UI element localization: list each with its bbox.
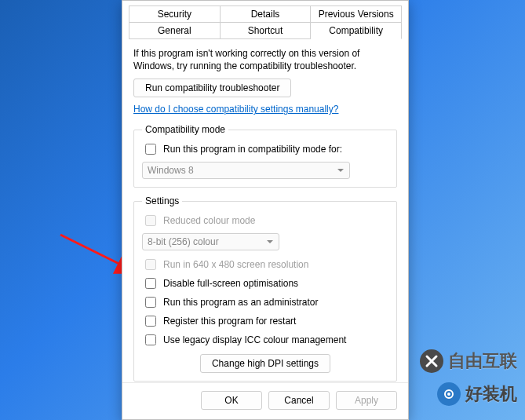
checkbox-compat-mode-label: Run this program in compatibility mode f… — [163, 144, 342, 155]
checkbox-compat-mode-input[interactable] — [145, 144, 156, 155]
tab-general[interactable]: General — [129, 22, 221, 39]
checkbox-run-as-admin-label: Run this program as an administrator — [163, 297, 318, 308]
select-colour-depth: 8-bit (256) colour — [142, 233, 279, 250]
checkbox-legacy-icc-label: Use legacy display ICC colour management — [163, 334, 346, 345]
tab-security[interactable]: Security — [129, 5, 221, 22]
tab-strip: Security Details Previous Versions Gener… — [122, 1, 408, 39]
dialog-footer: OK Cancel Apply — [122, 382, 408, 419]
checkbox-register-restart-input[interactable] — [145, 316, 156, 327]
cancel-button[interactable]: Cancel — [268, 391, 330, 410]
checkbox-reduced-colour-label: Reduced colour mode — [163, 215, 255, 226]
group-compatibility-mode: Compatibility mode Run this program in c… — [133, 124, 397, 188]
checkbox-legacy-icc-input[interactable] — [145, 334, 156, 345]
checkbox-compat-mode[interactable]: Run this program in compatibility mode f… — [142, 140, 388, 159]
tab-previous-versions[interactable]: Previous Versions — [311, 5, 402, 22]
manual-settings-link[interactable]: How do I choose compatibility settings m… — [133, 104, 338, 115]
watermark-1-text: 自由互联 — [448, 349, 517, 373]
tab-compatibility[interactable]: Compatibility — [311, 22, 402, 39]
checkbox-run-as-admin[interactable]: Run this program as an administrator — [142, 293, 388, 312]
change-dpi-button[interactable]: Change high DPI settings — [200, 354, 330, 373]
tab-shortcut[interactable]: Shortcut — [221, 22, 312, 39]
legend-settings: Settings — [142, 195, 182, 206]
watermark-1: 自由互联 — [420, 349, 517, 373]
checkbox-low-res-input — [145, 259, 156, 270]
group-settings: Settings Reduced colour mode 8-bit (256)… — [133, 195, 397, 382]
watermark-2: 好装机 — [437, 382, 517, 406]
apply-button[interactable]: Apply — [336, 391, 397, 410]
run-troubleshooter-button[interactable]: Run compatibility troubleshooter — [133, 79, 291, 97]
checkbox-register-restart[interactable]: Register this program for restart — [142, 312, 388, 331]
tab-details[interactable]: Details — [221, 5, 312, 22]
checkbox-run-as-admin-input[interactable] — [145, 297, 156, 308]
svg-point-2 — [447, 393, 450, 396]
checkbox-reduced-colour-input — [145, 215, 156, 226]
watermark-2-text: 好装机 — [465, 382, 517, 406]
tab-content: If this program isn't working correctly … — [122, 39, 408, 382]
checkbox-register-restart-label: Register this program for restart — [163, 316, 296, 327]
checkbox-low-res-label: Run in 640 x 480 screen resolution — [163, 259, 308, 270]
checkbox-disable-fullscreen-label: Disable full-screen optimisations — [163, 278, 298, 289]
properties-dialog: Security Details Previous Versions Gener… — [122, 0, 409, 420]
checkbox-disable-fullscreen-input[interactable] — [145, 278, 156, 289]
select-compat-os-value: Windows 8 — [148, 165, 194, 176]
intro-text: If this program isn't working correctly … — [133, 47, 397, 72]
checkbox-disable-fullscreen[interactable]: Disable full-screen optimisations — [142, 274, 388, 293]
checkbox-reduced-colour: Reduced colour mode — [142, 211, 388, 230]
checkbox-low-res: Run in 640 x 480 screen resolution — [142, 255, 388, 274]
select-compat-os[interactable]: Windows 8 — [142, 162, 350, 179]
x-logo-icon — [420, 349, 443, 373]
checkbox-legacy-icc[interactable]: Use legacy display ICC colour management — [142, 331, 388, 349]
select-colour-depth-value: 8-bit (256) colour — [148, 236, 219, 247]
ok-button[interactable]: OK — [201, 391, 262, 410]
legend-compatibility-mode: Compatibility mode — [142, 124, 228, 135]
camera-logo-icon — [437, 382, 461, 406]
